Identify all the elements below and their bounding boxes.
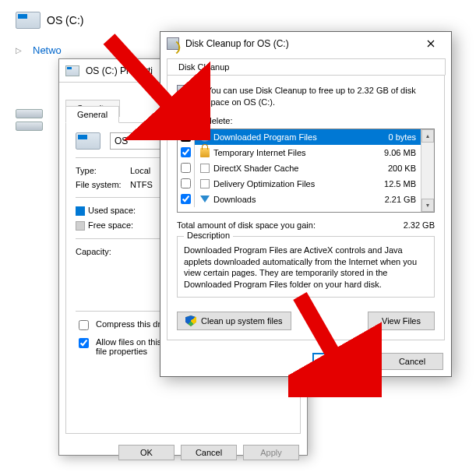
compress-checkbox[interactable] xyxy=(79,320,89,330)
files-to-delete-label: Files to delete: xyxy=(177,116,435,125)
item-name: Downloads xyxy=(212,195,372,204)
list-item[interactable]: Downloaded Program Files0 bytes xyxy=(178,129,421,145)
ok-button[interactable]: OK xyxy=(118,445,175,460)
scrollbar[interactable]: ▴ ▾ xyxy=(421,129,434,212)
description-text: Downloaded Program Files are ActiveX con… xyxy=(184,245,428,291)
item-size: 200 KB xyxy=(372,164,421,173)
disk-cleanup-icon xyxy=(167,37,179,50)
list-item[interactable]: Temporary Internet Files9.06 MB xyxy=(178,145,421,160)
item-name: Temporary Internet Files xyxy=(212,148,372,157)
item-name: Delivery Optimization Files xyxy=(212,179,372,188)
list-item[interactable]: Downloads2.21 GB xyxy=(178,192,421,207)
index-checkbox[interactable] xyxy=(79,338,89,348)
network-drive-icon xyxy=(16,109,47,129)
world-icon xyxy=(200,132,210,142)
lock-icon xyxy=(200,148,210,157)
item-size: 12.5 MB xyxy=(372,179,421,188)
intro-text: You can use Disk Cleanup to free up to 2… xyxy=(206,85,435,108)
compress-label: Compress this driv xyxy=(96,319,167,329)
used-swatch xyxy=(76,206,85,216)
ok-button[interactable]: OK xyxy=(312,353,375,370)
tab-disk-cleanup[interactable]: Disk Cleanup xyxy=(167,58,446,76)
item-checkbox[interactable] xyxy=(181,163,191,173)
index-label: Allow files on this file properties xyxy=(96,337,161,356)
properties-title: OS (C:) Properti xyxy=(86,65,153,76)
network-link[interactable]: Netwo xyxy=(33,44,62,56)
cleanup-titlebar[interactable]: Disk Cleanup for OS (C:) xyxy=(160,32,451,55)
drive-icon xyxy=(76,132,100,150)
drive-icon xyxy=(65,65,79,76)
type-label: Type: xyxy=(76,166,130,175)
used-space-label: Used space: xyxy=(88,206,136,215)
scroll-up-button[interactable]: ▴ xyxy=(421,129,434,143)
item-size: 2.21 GB xyxy=(372,195,421,204)
clean-system-files-button[interactable]: Clean up system files xyxy=(177,312,291,330)
tree-expander-icon[interactable]: ▷ xyxy=(16,46,22,55)
item-checkbox[interactable] xyxy=(181,194,191,204)
item-name: Downloaded Program Files xyxy=(212,132,372,142)
description-group: Description Downloaded Program Files are… xyxy=(177,236,435,298)
file-icon xyxy=(200,179,210,188)
down-icon xyxy=(200,195,210,203)
description-label: Description xyxy=(184,231,233,240)
item-checkbox[interactable] xyxy=(181,132,191,142)
shield-icon xyxy=(185,315,196,326)
list-item[interactable]: DirectX Shader Cache200 KB xyxy=(178,160,421,176)
disk-cleanup-window: Disk Cleanup for OS (C:) Disk Cleanup Yo… xyxy=(160,31,452,377)
cleanup-title: Disk Cleanup for OS (C:) xyxy=(185,38,409,49)
drive-label: OS (C:) xyxy=(47,14,83,26)
filesystem-label: File system: xyxy=(76,180,130,189)
free-swatch xyxy=(76,221,85,231)
tab-general[interactable]: General xyxy=(65,106,119,123)
file-icon xyxy=(200,164,210,173)
cancel-button[interactable]: Cancel xyxy=(181,445,237,460)
disk-cleanup-icon xyxy=(177,85,199,100)
item-name: DirectX Shader Cache xyxy=(212,164,372,173)
list-item[interactable]: Delivery Optimization Files12.5 MB xyxy=(178,176,421,192)
clean-system-label: Clean up system files xyxy=(201,316,283,326)
apply-button[interactable]: Apply xyxy=(243,445,299,460)
capacity-label: Capacity: xyxy=(76,247,111,256)
item-checkbox[interactable] xyxy=(181,178,191,188)
item-size: 9.06 MB xyxy=(372,148,421,157)
item-checkbox[interactable] xyxy=(181,147,191,157)
drive-icon xyxy=(16,12,41,29)
view-files-button[interactable]: View Files xyxy=(368,312,435,330)
total-label: Total amount of disk space you gain: xyxy=(177,220,316,230)
cancel-button[interactable]: Cancel xyxy=(381,353,443,370)
scroll-down-button[interactable]: ▾ xyxy=(421,199,434,212)
files-list[interactable]: Downloaded Program Files0 bytesTemporary… xyxy=(177,129,435,213)
free-space-label: Free space: xyxy=(88,220,133,230)
close-button[interactable] xyxy=(415,33,446,55)
item-size: 0 bytes xyxy=(372,132,421,142)
total-value: 2.32 GB xyxy=(404,220,435,230)
